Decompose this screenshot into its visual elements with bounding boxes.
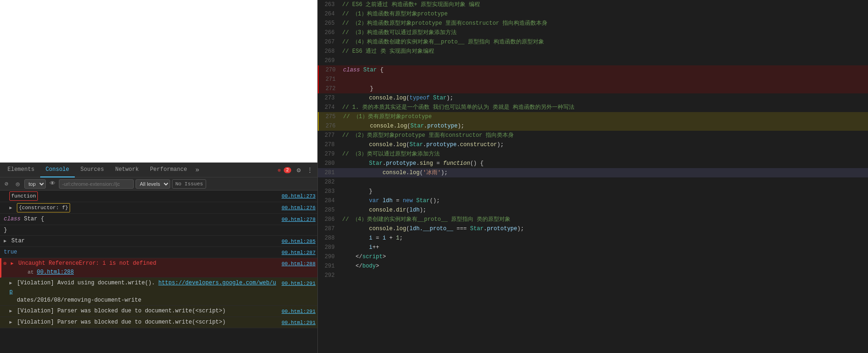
console-row-violation-1: ▶ [Violation] Avoid using document.write… bbox=[0, 278, 317, 306]
tab-console[interactable]: Console bbox=[40, 162, 75, 177]
devtools-tabs: Elements Console Sources Network Perform… bbox=[0, 162, 317, 177]
console-row-violation-3: ▶ [Violation] Parser was blocked due to … bbox=[0, 317, 317, 328]
log-levels-select[interactable]: All levels bbox=[136, 179, 170, 189]
expand-icon-3[interactable]: ▶ bbox=[9, 281, 12, 286]
code-line-264: 264 // （1）构造函数有原型对象prototype bbox=[318, 9, 868, 19]
console-location-1[interactable]: 00.html:276 bbox=[281, 203, 316, 212]
console-location-4[interactable]: 00.html:285 bbox=[281, 237, 316, 246]
code-line-285: 285 console.dir(ldh); bbox=[318, 205, 868, 215]
code-line-274: 274 // 1. 类的本质其实还是一个函数 我们也可以简单的认为 类就是 构造… bbox=[318, 103, 868, 112]
code-line-278: 278 console.log(Star.prototype.construct… bbox=[318, 140, 868, 149]
no-issues-badge: No Issues bbox=[172, 179, 206, 189]
code-line-272: 272 } bbox=[318, 84, 868, 93]
expand-icon-2[interactable]: ▶ bbox=[11, 261, 14, 266]
code-line-266: 266 // （3）构造函数可以通过原型对象添加方法 bbox=[318, 28, 868, 37]
console-location-5[interactable]: 00.html:287 bbox=[281, 248, 316, 257]
console-row-close: } bbox=[0, 225, 317, 236]
code-line-279: 279 // （3）类可以通过原型对象添加方法 bbox=[318, 149, 868, 159]
code-line-288: 288 i = i + 1; bbox=[318, 233, 868, 243]
settings-icon[interactable]: ⚙ bbox=[293, 164, 304, 176]
white-area bbox=[0, 0, 317, 162]
console-location-0[interactable]: 00.html:273 bbox=[281, 191, 316, 200]
console-location-6[interactable]: 00.html:288 bbox=[281, 259, 316, 268]
code-line-273: 273 console.log(typeof Star); bbox=[318, 93, 868, 103]
tab-performance[interactable]: Performance bbox=[144, 162, 193, 177]
filter-icon[interactable]: ◎ bbox=[13, 179, 22, 189]
code-line-289: 289 i++ bbox=[318, 243, 868, 252]
more-tabs-button[interactable]: » bbox=[193, 162, 202, 177]
console-row-error: ⊗ ▶ Uncaught ReferenceError: i is not de… bbox=[0, 258, 317, 278]
code-line-275: 275 // （1）类有原型对象prototype bbox=[318, 112, 868, 121]
console-row-function: function 00.html:273 bbox=[0, 191, 317, 202]
code-line-268: 268 // ES6 通过 类 实现面向对象编程 bbox=[318, 47, 868, 56]
code-line-280: 280 Star.prototype.sing = function() { bbox=[318, 159, 868, 168]
code-line-281: 281 console.log('冰雨'); bbox=[318, 168, 868, 177]
console-location-2[interactable]: 00.html:278 bbox=[281, 215, 316, 224]
filter-input[interactable] bbox=[59, 179, 134, 189]
expand-icon-5[interactable]: ▶ bbox=[9, 320, 12, 325]
badge-area: ⊗ 2 bbox=[276, 167, 293, 173]
code-line-263: 263 // ES6 之前通过 构造函数+ 原型实现面向对象 编程 bbox=[318, 0, 868, 9]
console-location-7[interactable]: 00.html:291 bbox=[281, 279, 316, 288]
tab-elements[interactable]: Elements bbox=[2, 162, 40, 177]
code-line-270: 270 class Star { bbox=[318, 65, 868, 75]
console-row-true: true 00.html:287 bbox=[0, 247, 317, 258]
code-line-282: 282 bbox=[318, 177, 868, 187]
function-badge: function bbox=[9, 191, 38, 201]
code-line-265: 265 // （2）构造函数原型对象prototype 里面有construct… bbox=[318, 19, 868, 28]
devtools-panel: Elements Console Sources Network Perform… bbox=[0, 0, 318, 353]
code-line-276: 276 console.log(Star.prototype); bbox=[318, 121, 868, 131]
code-line-287: 287 console.log(ldh.__proto__ === Star.p… bbox=[318, 224, 868, 233]
code-line-283: 283 } bbox=[318, 187, 868, 196]
context-select[interactable]: top bbox=[24, 179, 46, 189]
code-line-277: 277 // （2）类原型对象prototype 里面有constructor … bbox=[318, 131, 868, 140]
code-line-284: 284 var ldh = new Star(); bbox=[318, 196, 868, 205]
code-panel: 263 // ES6 之前通过 构造函数+ 原型实现面向对象 编程 264 //… bbox=[318, 0, 868, 353]
expand-icon-0[interactable]: ▶ bbox=[9, 205, 12, 211]
clear-console-icon[interactable]: ⊘ bbox=[2, 179, 11, 189]
console-location-9[interactable]: 00.html:291 bbox=[281, 318, 316, 327]
code-line-271: 271 bbox=[318, 75, 868, 84]
code-line-291: 291 </body> bbox=[318, 261, 868, 271]
error-circle-icon: ⊗ bbox=[278, 167, 281, 173]
code-line-269: 269 bbox=[318, 56, 868, 65]
console-row-violation-2: ▶ [Violation] Parser was blocked due to … bbox=[0, 306, 317, 317]
code-line-292: 292 bbox=[318, 271, 868, 280]
more-options-icon[interactable]: ⋮ bbox=[304, 164, 316, 176]
console-row-object: ▶ {constructor: f} 00.html:276 bbox=[0, 202, 317, 214]
object-badge: {constructor: f} bbox=[17, 203, 70, 212]
code-line-290: 290 </script> bbox=[318, 252, 868, 261]
error-icon: ⊗ bbox=[3, 260, 7, 268]
console-row-star: ▶ Star 00.html:285 bbox=[0, 236, 317, 247]
console-output: function 00.html:273 ▶ {constructor: f} … bbox=[0, 191, 317, 353]
expand-icon-4[interactable]: ▶ bbox=[9, 309, 12, 314]
code-line-267: 267 // （4）构造函数创建的实例对象有__proto__ 原型指向 构造函… bbox=[318, 37, 868, 47]
eye-icon[interactable]: 👁 bbox=[48, 179, 57, 189]
console-row-class: class Star { 00.html:278 bbox=[0, 214, 317, 225]
code-line-286: 286 // （4）类创建的实例对象有__proto__ 原型指向 类的原型对象 bbox=[318, 215, 868, 224]
console-location-8[interactable]: 00.html:291 bbox=[281, 307, 316, 316]
devtools-toolbar: ⊘ ◎ top 👁 All levels No Issues bbox=[0, 177, 317, 191]
tab-network[interactable]: Network bbox=[109, 162, 144, 177]
error-badge: 2 bbox=[284, 167, 291, 173]
tab-sources[interactable]: Sources bbox=[75, 162, 109, 177]
expand-icon-1[interactable]: ▶ bbox=[4, 239, 7, 244]
